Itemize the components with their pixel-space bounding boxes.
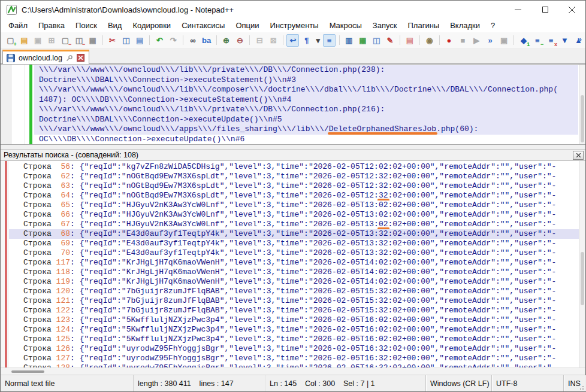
macro-stop-icon[interactable]: ■ (457, 34, 469, 47)
search-result-row[interactable]: Строка 126: {"reqId":"uyrodwZ95FhYoggjsB… (9, 344, 579, 354)
search-result-row[interactable]: Строка 128: {"reqId":"uyrodwZ95FhYoggjsB… (9, 363, 579, 367)
results-vertical-scrollbar[interactable] (579, 161, 585, 367)
menu-item[interactable]: Вид (102, 20, 128, 31)
toolbar-separator[interactable] (511, 34, 516, 47)
copy-icon[interactable]: ◫ (120, 34, 132, 47)
redo-icon[interactable]: ↷ (167, 34, 180, 47)
toolbar-separator[interactable] (337, 34, 342, 47)
search-result-row[interactable]: Строка 122: {"reqId":"7bGjuijr8zumJfFlqB… (9, 306, 579, 315)
macro-play-icon[interactable]: ▶ (470, 34, 483, 47)
maximize-button[interactable] (531, 1, 558, 19)
macro-save-icon[interactable]: ▣ (498, 34, 511, 47)
menu-item[interactable]: Правка (33, 20, 70, 31)
toolbar-separator[interactable] (398, 34, 403, 47)
document-list-icon[interactable]: ◫ (370, 34, 383, 47)
menu-item[interactable]: Запуск (367, 20, 403, 31)
paste-icon[interactable]: ▤ (134, 34, 146, 47)
scrollbar-thumb[interactable] (581, 252, 584, 306)
editor-line[interactable]: 1487): OC\\\\DB\\\\Connection->executeSt… (34, 95, 578, 105)
editor-line[interactable]: Doctrine\\\\DBAL\\\\Connection->executeS… (34, 75, 578, 86)
search-result-row[interactable]: Строка 56: {"reqId":"kg7vZFn8zWiDA5CDHsi… (9, 162, 579, 172)
search-result-row[interactable]: Строка 64: {"reqId":"nOGtBqd9Ew7M3X6spLd… (9, 191, 579, 200)
close-document-icon[interactable]: ▢ − (59, 34, 72, 47)
search-result-row[interactable]: Строка 127: {"reqId":"uyrodwZ95FhYoggjsB… (9, 354, 579, 363)
menu-item[interactable]: Вкладки (445, 20, 485, 31)
search-result-row[interactable]: Строка 121: {"reqId":"7bGjuijr8zumJfFlqB… (9, 296, 579, 306)
search-result-row[interactable]: Строка 68: {"reqId":"E43d0auf3yf1TeqtpY4… (9, 229, 579, 239)
save-icon[interactable]: ▣ (32, 34, 44, 47)
search-result-row[interactable]: Строка 70: {"reqId":"E43d0auf3yf1TeqtpY4… (9, 248, 579, 258)
menu-item[interactable]: Синтаксисы (176, 20, 230, 31)
monitoring-eye-icon[interactable]: ◉ (423, 34, 436, 47)
open-file-icon[interactable]: ▤ (18, 34, 31, 47)
toolbar-separator[interactable] (247, 34, 252, 47)
search-result-row[interactable]: Строка 69: {"reqId":"E43d0auf3yf1TeqtpY4… (9, 239, 579, 248)
toolbar-separator[interactable] (180, 34, 185, 47)
fold-all-icon[interactable]: ▼ (558, 34, 571, 47)
menu-item[interactable]: ? (485, 20, 500, 31)
search-result-row[interactable]: Строка 66: {"reqId":"HJGyuV2nK3Aw3YcW0Ln… (9, 210, 579, 220)
search-results-close-button[interactable] (573, 151, 584, 160)
menu-item[interactable]: Инструменты (265, 20, 324, 31)
menu-item[interactable]: Поиск (70, 20, 102, 31)
search-result-row[interactable]: Строка 63: {"reqId":"nOGtBqd9Ew7M3X6spLd… (9, 181, 579, 191)
search-result-row[interactable]: Строка 117: {"reqId":"KrJHgLjH7qK6maoVWe… (9, 258, 579, 268)
macro-run-multiple-icon[interactable]: » (484, 34, 497, 47)
editor-line[interactable]: \\\/var\\\/www\\\/owncloud\\\/lib\\\/com… (34, 85, 578, 95)
cut-icon[interactable]: ✂ (106, 34, 119, 47)
toolbar-overflow-chevron-icon[interactable]: » (578, 35, 582, 44)
close-tab-button[interactable] (77, 54, 84, 62)
editor-line[interactable]: \\\/var\\\/www\\\/owncloud\\\/apps\\\/fi… (34, 124, 578, 135)
close-window-button[interactable] (558, 1, 585, 19)
search-result-row[interactable]: Строка 67: {"reqId":"HJGyuV2nK3Aw3YcW0Ln… (9, 220, 579, 229)
results-horizontal-scrollbar[interactable] (1, 367, 585, 375)
save-all-icon[interactable]: ⊞ (46, 34, 58, 47)
editor-pane[interactable]: \\\/var\\\/www\\\/owncloud\\\/lib\\\/pri… (1, 64, 585, 144)
tab-owncloud-log[interactable]: owncloud.log (2, 50, 89, 64)
indent-guide-icon[interactable]: ≡ (323, 34, 336, 47)
menu-item[interactable]: Плагины (403, 20, 445, 31)
search-result-row[interactable]: Строка 65: {"reqId":"HJGyuV2nK3Aw3YcW0Ln… (9, 200, 579, 210)
scrollbar-thumb[interactable] (11, 370, 44, 373)
pin-tab-icon[interactable] (66, 54, 73, 62)
toolbar-separator[interactable] (147, 34, 152, 47)
toolbar-separator[interactable] (281, 34, 286, 47)
editor-line[interactable]: \\\/var\\\/www\\\/owncloud\\\/lib\\\/pri… (34, 65, 578, 75)
search-result-row[interactable]: Строка 120: {"reqId":"7bGjuijr8zumJfFlqB… (9, 287, 579, 296)
bookmark-clear-icon[interactable]: ≡ x (545, 34, 557, 47)
menu-item[interactable]: Файл (3, 20, 33, 31)
search-result-row[interactable]: Строка 119: {"reqId":"KrJHgLjH7qK6maoVWe… (9, 277, 579, 287)
search-result-row[interactable]: Строка 118: {"reqId":"KrJHgLjH7qK6maoVWe… (9, 268, 579, 277)
toolbar-separator[interactable] (437, 34, 442, 47)
editor-line[interactable]: Doctrine\\\\DBAL\\\\Connection->executeU… (34, 115, 578, 125)
word-wrap-icon[interactable]: ↩ (286, 34, 299, 47)
toolbar-separator[interactable] (417, 34, 422, 47)
dropdown-arrow-icon[interactable]: ▾ (314, 34, 322, 47)
toolbar-separator[interactable] (214, 34, 219, 47)
minimize-button[interactable] (505, 1, 531, 19)
scrollbar-thumb[interactable] (581, 95, 584, 143)
folder-as-workspace-icon[interactable]: ▤ (403, 34, 416, 47)
undo-icon[interactable]: ↶ (153, 34, 166, 47)
toolbar-separator[interactable] (100, 34, 105, 47)
search-result-row[interactable]: Строка 125: {"reqId":"5KwffluljNZXjzPwc3… (9, 335, 579, 344)
sync-horizontal-scroll-icon[interactable]: ⊠ (267, 34, 280, 47)
function-list-icon[interactable]: ✎ (384, 34, 397, 47)
document-map-icon[interactable]: ▦ (357, 34, 369, 47)
macro-record-icon[interactable]: ● (443, 34, 455, 47)
search-result-row[interactable]: Строка 62: {"reqId":"nOGtBqd9Ew7M3X6spLd… (9, 172, 579, 181)
search-result-row[interactable]: Строка 124: {"reqId":"5KwffluljNZXjzPwc3… (9, 325, 579, 335)
close-all-documents-icon[interactable]: ◫ − (73, 34, 85, 47)
print-icon[interactable]: ▦ (86, 34, 99, 47)
find-icon[interactable]: ∞ (186, 34, 199, 47)
define-language-icon[interactable]: ▥ (343, 34, 355, 47)
panel-splitter[interactable] (1, 144, 585, 149)
editor-line[interactable]: OC\\\\DB\\\\Connection->executeUpdate()\… (34, 135, 578, 145)
resize-grip[interactable] (578, 384, 584, 390)
editor-line[interactable]: \\\/var\\\/www\\\/owncloud\\\/lib\\\/pri… (34, 105, 578, 115)
zoom-in-icon[interactable]: ⊕ (220, 34, 232, 47)
sync-vertical-scroll-icon[interactable]: ⊟ (253, 34, 266, 47)
menu-item[interactable]: Опции (230, 20, 264, 31)
replace-icon[interactable]: ba (200, 34, 213, 47)
show-all-characters-icon[interactable]: ¶ (300, 34, 313, 47)
